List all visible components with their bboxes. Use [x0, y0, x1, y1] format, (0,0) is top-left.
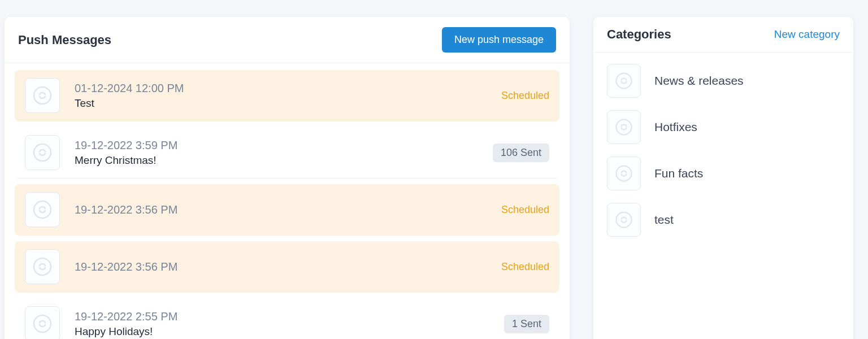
message-row[interactable]: 01-12-2024 12:00 PMTestScheduled: [15, 70, 559, 121]
category-item[interactable]: News & releases: [607, 64, 840, 98]
message-date: 19-12-2022 3:59 PM: [75, 139, 493, 152]
link-icon: [31, 255, 54, 278]
new-category-link[interactable]: New category: [774, 28, 840, 41]
status-badge-scheduled: Scheduled: [501, 261, 549, 273]
category-label: Hotfixes: [654, 120, 697, 134]
svg-point-2: [34, 201, 51, 218]
message-thumbnail: [25, 192, 60, 227]
push-messages-title: Push Messages: [18, 33, 111, 47]
category-thumbnail: [607, 203, 641, 237]
category-thumbnail: [607, 64, 641, 98]
push-messages-list: 01-12-2024 12:00 PMTestScheduled 19-12-2…: [5, 63, 570, 339]
categories-header: Categories New category: [593, 17, 853, 53]
link-icon: [614, 117, 634, 137]
message-body: 01-12-2024 12:00 PMTest: [75, 82, 501, 110]
message-row[interactable]: 19-12-2022 3:59 PMMerry Christmas!106 Se…: [15, 127, 559, 179]
categories-title: Categories: [607, 27, 671, 42]
svg-point-8: [617, 212, 632, 228]
svg-point-4: [34, 315, 51, 332]
link-icon: [31, 141, 54, 164]
link-icon: [31, 312, 54, 335]
message-row[interactable]: 19-12-2022 2:55 PMHappy Holidays!1 Sent: [15, 298, 559, 339]
category-item[interactable]: Fun facts: [607, 157, 840, 190]
message-body: 19-12-2022 3:56 PM: [75, 203, 501, 216]
link-icon: [31, 198, 54, 221]
message-title: Merry Christmas!: [75, 154, 493, 167]
push-messages-header: Push Messages New push message: [5, 17, 570, 63]
category-label: test: [654, 213, 674, 227]
message-row[interactable]: 19-12-2022 3:56 PMScheduled: [15, 184, 559, 236]
category-item[interactable]: test: [607, 203, 840, 237]
status-badge-scheduled: Scheduled: [501, 90, 549, 102]
message-date: 19-12-2022 3:56 PM: [75, 203, 501, 216]
categories-panel: Categories New category News & releases …: [593, 17, 853, 339]
message-title: Test: [75, 97, 501, 110]
message-thumbnail: [25, 78, 60, 113]
category-thumbnail: [607, 157, 641, 190]
link-icon: [31, 84, 54, 107]
link-icon: [614, 163, 634, 184]
status-badge-sent: 106 Sent: [493, 144, 549, 162]
category-label: Fun facts: [654, 167, 703, 180]
categories-list: News & releases Hotfixes Fun facts test: [593, 53, 853, 250]
push-messages-panel: Push Messages New push message 01-12-202…: [5, 17, 570, 339]
svg-point-6: [617, 120, 632, 135]
message-date: 01-12-2024 12:00 PM: [75, 82, 501, 95]
message-date: 19-12-2022 3:56 PM: [75, 260, 501, 273]
svg-point-3: [34, 258, 51, 275]
message-body: 19-12-2022 3:59 PMMerry Christmas!: [75, 139, 493, 167]
message-thumbnail: [25, 135, 60, 170]
category-thumbnail: [607, 110, 641, 144]
category-item[interactable]: Hotfixes: [607, 110, 840, 144]
link-icon: [614, 210, 634, 230]
message-date: 19-12-2022 2:55 PM: [75, 310, 504, 323]
svg-point-0: [34, 87, 51, 104]
svg-point-7: [617, 166, 632, 181]
message-thumbnail: [25, 306, 60, 339]
message-body: 19-12-2022 3:56 PM: [75, 260, 501, 273]
svg-point-5: [617, 73, 632, 89]
message-title: Happy Holidays!: [75, 325, 504, 338]
message-row[interactable]: 19-12-2022 3:56 PMScheduled: [15, 241, 559, 293]
new-push-message-button[interactable]: New push message: [442, 27, 556, 53]
message-thumbnail: [25, 249, 60, 284]
category-label: News & releases: [654, 74, 744, 88]
message-body: 19-12-2022 2:55 PMHappy Holidays!: [75, 310, 504, 338]
status-badge-scheduled: Scheduled: [501, 204, 549, 216]
status-badge-sent: 1 Sent: [504, 315, 549, 333]
svg-point-1: [34, 144, 51, 161]
link-icon: [614, 71, 634, 91]
